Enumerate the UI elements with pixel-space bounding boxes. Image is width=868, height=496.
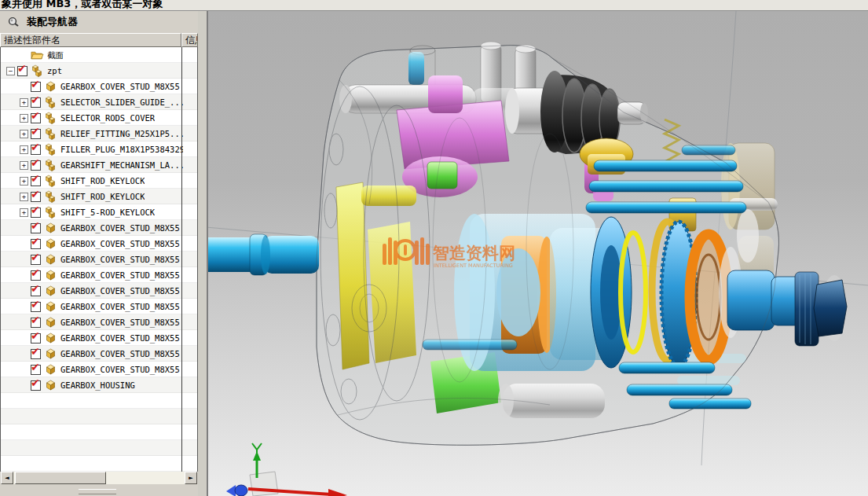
expander-toggle[interactable]: + [20, 98, 28, 107]
node-label[interactable]: SHIFT_5-ROD_KEYLOCK [60, 204, 155, 220]
input-shaft[interactable] [208, 234, 319, 275]
tree-column-headers: 描述性部件名 信息 [0, 33, 198, 47]
horizontal-scrollbar[interactable]: ◄ ► [1, 472, 197, 484]
column-header-info[interactable]: 信息 [181, 33, 198, 47]
node-type-icon [44, 222, 57, 234]
tree-row[interactable]: + ✔ SELECTOR_SLIDER_GUIDE_... [1, 94, 197, 110]
tree-row[interactable]: + ✔ SHIFT_ROD_KEYLOCK [1, 173, 197, 189]
node-label[interactable]: FILLER_PLUG_M18X1P5384329 [60, 141, 183, 157]
expander-toggle[interactable]: + [20, 130, 28, 138]
checkbox[interactable]: ✔ [31, 145, 41, 155]
node-label[interactable]: RELIEF_FITTING_M25X1P5... [60, 126, 183, 141]
node-label[interactable]: GEARBOX_COVER_STUD_M8X55 [60, 252, 180, 267]
checkmark-icon: ✔ [31, 125, 40, 138]
column-divider[interactable] [181, 47, 182, 472]
tree-row[interactable]: ✔ GEARBOX_COVER_STUD_M8X55 [1, 346, 197, 362]
checkbox[interactable]: ✔ [31, 176, 41, 186]
tree-row[interactable]: + ✔ SHIFT_ROD_KEYLOCK [1, 189, 197, 204]
wcs-triad[interactable] [226, 443, 347, 496]
tree-row[interactable]: ✔ GEARBOX_COVER_STUD_M8X55 [1, 314, 197, 330]
node-label[interactable]: GEARBOX_COVER_STUD_M8X55 [60, 79, 180, 94]
expander-toggle[interactable]: + [20, 161, 28, 170]
row-indent [4, 275, 17, 276]
node-label[interactable]: zpt [47, 63, 62, 79]
tree-row[interactable]: + ✔ GEARSHIFT_MECHANISM_LA... [1, 157, 197, 173]
checkbox[interactable]: ✔ [31, 302, 41, 312]
checkbox[interactable]: ✔ [17, 66, 27, 76]
checkmark-icon: ✔ [31, 78, 40, 90]
tree-row[interactable]: ✔ GEARBOX_COVER_STUD_M8X55 [1, 267, 197, 283]
checkmark-icon: ✔ [17, 62, 27, 75]
node-label[interactable]: GEARBOX_COVER_STUD_M8X55 [60, 299, 180, 314]
node-label[interactable]: GEARBOX_COVER_STUD_M8X55 [60, 267, 180, 283]
expander-toggle[interactable]: − [6, 67, 15, 75]
expander-toggle[interactable]: + [20, 193, 28, 201]
checkmark-icon: ✔ [31, 282, 40, 295]
tree-row[interactable]: ✔ GEARBOX_COVER_STUD_M8X55 [1, 236, 197, 252]
checkbox[interactable]: ✔ [31, 286, 41, 296]
checkbox[interactable]: ✔ [31, 160, 41, 171]
checkbox[interactable]: ✔ [31, 270, 41, 281]
tree-row[interactable]: 截面 [1, 47, 197, 63]
tree-row[interactable]: ✔ GEARBOX_COVER_STUD_M8X55 [1, 252, 197, 267]
node-label[interactable]: GEARBOX_HOUSING [60, 377, 135, 393]
column-header-part-name[interactable]: 描述性部件名 [0, 33, 181, 47]
tree-row[interactable]: + ✔ FILLER_PLUG_M18X1P5384329 [1, 141, 197, 157]
node-label[interactable]: SHIFT_ROD_KEYLOCK [60, 173, 145, 189]
checkbox[interactable]: ✔ [31, 223, 41, 233]
tree-row[interactable]: ✔ GEARBOX_COVER_STUD_M8X55 [1, 362, 197, 377]
checkbox[interactable]: ✔ [31, 113, 41, 123]
checkbox[interactable]: ✔ [31, 129, 41, 139]
node-label[interactable]: GEARBOX_COVER_STUD_M8X55 [60, 283, 180, 299]
checkmark-icon: ✔ [31, 266, 40, 279]
graphics-viewport[interactable]: 智造资料网 INTELLIGENT MANUFACTURING [208, 11, 868, 496]
scroll-right-button[interactable]: ► [185, 472, 197, 484]
expander-toggle[interactable]: + [20, 208, 28, 217]
node-label[interactable]: GEARBOX_COVER_STUD_M8X55 [60, 346, 180, 362]
checkbox[interactable]: ✔ [31, 239, 41, 249]
row-indent [4, 86, 17, 87]
tree-row[interactable]: + ✔ RELIEF_FITTING_M25X1P5... [1, 126, 197, 141]
tree-row[interactable]: ✔ GEARBOX_COVER_STUD_M8X55 [1, 299, 197, 314]
panel-viewport-divider[interactable] [198, 11, 208, 496]
scrollbar-track[interactable] [13, 472, 185, 484]
expander-toggle[interactable]: + [20, 177, 28, 186]
scroll-left-button[interactable]: ◄ [1, 472, 13, 484]
checkbox[interactable]: ✔ [31, 255, 41, 265]
scrollbar-thumb[interactable] [15, 472, 106, 484]
assembly-navigator-panel: 装配导航器 描述性部件名 信息 截面 − ✔ zpt ✔ GEARBOX_COV… [0, 11, 198, 496]
viewport-scene[interactable]: 智造资料网 INTELLIGENT MANUFACTURING [208, 11, 868, 496]
checkbox[interactable]: ✔ [31, 208, 41, 218]
node-label[interactable]: GEARBOX_COVER_STUD_M8X55 [60, 236, 180, 252]
node-label[interactable]: SHIFT_ROD_KEYLOCK [60, 189, 145, 204]
checkbox[interactable]: ✔ [31, 349, 41, 359]
node-label[interactable]: GEARBOX_COVER_STUD_M8X55 [60, 314, 180, 330]
node-label[interactable]: GEARBOX_COVER_STUD_M8X55 [60, 330, 180, 346]
row-indent [4, 55, 17, 56]
checkbox[interactable]: ✔ [31, 333, 41, 344]
node-label[interactable]: GEARBOX_COVER_STUD_M8X55 [60, 362, 180, 377]
node-label[interactable]: SELECTOR_SLIDER_GUIDE_... [60, 94, 183, 110]
tree-row[interactable]: ✔ GEARBOX_HOUSING [1, 377, 197, 393]
checkbox[interactable]: ✔ [31, 192, 41, 202]
assembly-tree[interactable]: 截面 − ✔ zpt ✔ GEARBOX_COVER_STUD_M8X55 + … [0, 47, 198, 472]
tree-row[interactable]: + ✔ SELECTOR_RODS_COVER [1, 110, 197, 126]
node-label[interactable]: GEARBOX_COVER_STUD_M8X55 [60, 220, 180, 236]
node-label[interactable]: 截面 [47, 47, 64, 63]
tree-row[interactable]: ✔ GEARBOX_COVER_STUD_M8X55 [1, 283, 197, 299]
node-label[interactable]: GEARSHIFT_MECHANISM_LA... [60, 157, 183, 173]
tree-row[interactable]: − ✔ zpt [1, 63, 197, 79]
tree-row[interactable]: + ✔ SHIFT_5-ROD_KEYLOCK [1, 204, 197, 220]
checkbox[interactable]: ✔ [31, 82, 41, 92]
checkbox[interactable]: ✔ [31, 97, 41, 108]
tree-row[interactable]: ✔ GEARBOX_COVER_STUD_M8X55 [1, 220, 197, 236]
node-label[interactable]: SELECTOR_RODS_COVER [60, 110, 155, 126]
checkbox[interactable]: ✔ [31, 365, 41, 375]
panel-resize-grip[interactable] [79, 489, 116, 494]
checkbox[interactable]: ✔ [31, 318, 41, 328]
tree-row[interactable]: ✔ GEARBOX_COVER_STUD_M8X55 [1, 330, 197, 346]
expander-toggle[interactable]: + [20, 114, 28, 123]
tree-row[interactable]: ✔ GEARBOX_COVER_STUD_M8X55 [1, 79, 197, 94]
expander-toggle[interactable]: + [20, 145, 28, 154]
checkbox[interactable]: ✔ [31, 380, 41, 391]
